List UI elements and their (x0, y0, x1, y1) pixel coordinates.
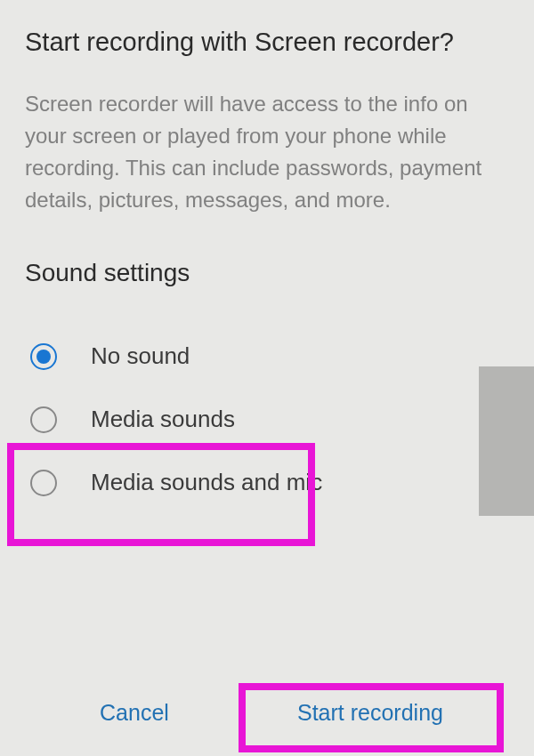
sound-settings-heading: Sound settings (25, 259, 509, 287)
radio-label: Media sounds and mic (91, 469, 322, 496)
radio-media-sounds[interactable]: Media sounds (25, 388, 509, 451)
cancel-button[interactable]: Cancel (78, 688, 190, 738)
radio-icon (30, 470, 57, 496)
radio-icon (30, 406, 57, 433)
dialog-button-row: Cancel Start recording (0, 688, 534, 738)
radio-media-sounds-and-mic[interactable]: Media sounds and mic (25, 451, 509, 514)
scrollbar-area (479, 366, 534, 516)
radio-label: Media sounds (91, 406, 235, 433)
radio-no-sound[interactable]: No sound (25, 325, 509, 388)
radio-label: No sound (91, 342, 190, 370)
start-recording-button[interactable]: Start recording (276, 688, 465, 738)
screen-recorder-dialog: Start recording with Screen recorder? Sc… (0, 0, 534, 514)
dialog-description: Screen recorder will have access to the … (25, 88, 509, 216)
radio-icon (30, 343, 57, 370)
sound-radio-group: No sound Media sounds Media sounds and m… (25, 325, 509, 514)
dialog-title: Start recording with Screen recorder? (25, 25, 509, 60)
